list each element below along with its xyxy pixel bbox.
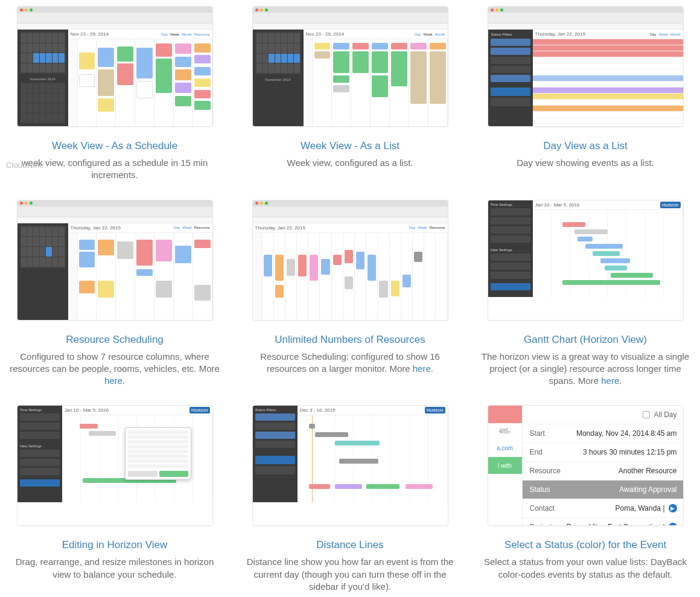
card-day-list: Status Filters Thursday, Jan 22, 2015Day… bbox=[474, 6, 697, 182]
field-value-contact[interactable]: Poma, Wanda |▶ bbox=[615, 504, 676, 512]
field-value-status[interactable]: Awaiting Approval bbox=[619, 485, 676, 494]
thumb-distance-lines[interactable]: Status Filters Dec 3 - 16, 2015Horizon bbox=[252, 405, 448, 526]
card-desc: week view, configured as a schedule in 1… bbox=[6, 157, 223, 182]
event-detail-panel: All Day StartMonday, Nov 24, 2014 8:45 a… bbox=[522, 406, 684, 525]
card-select-status: 485- a.com l with All Day StartMonday, N… bbox=[474, 405, 697, 593]
thumb-resource-7[interactable]: Thursday, Jan 22, 2015DayWeekResource bbox=[17, 200, 213, 321]
card-gantt: Time Settings View Settings Jan 10 - Mar… bbox=[474, 200, 697, 388]
gallery-grid: November 2014 Nov 23 - 29, 2014DayWeekMo… bbox=[3, 6, 697, 593]
card-title: Week View - As a Schedule bbox=[52, 140, 177, 152]
thumb-resource-16[interactable]: Thursday, Jan 22, 2015DayWeekResource bbox=[252, 200, 448, 321]
field-label-status: Status bbox=[530, 485, 550, 494]
card-desc: The horizon view is a great way to visua… bbox=[477, 351, 694, 388]
thumb-gantt[interactable]: Time Settings View Settings Jan 10 - Mar… bbox=[488, 200, 684, 321]
field-value-end[interactable]: 3 hours 30 minutes 12:15 pm bbox=[583, 448, 676, 456]
thumb-week-list[interactable]: November 2014 Nov 23 - 29, 2014DayWeekMo… bbox=[252, 6, 448, 127]
thumb-select-status[interactable]: 485- a.com l with All Day StartMonday, N… bbox=[488, 405, 684, 526]
card-title: Week View - As a List bbox=[301, 140, 399, 152]
allday-label: All Day bbox=[654, 410, 676, 419]
mac-titlebar bbox=[18, 7, 212, 13]
field-label-end: End bbox=[530, 448, 542, 456]
arrow-icon[interactable]: ▶ bbox=[669, 523, 677, 526]
card-desc: Distance line show you how far an event … bbox=[241, 556, 459, 593]
field-label-start: Start bbox=[530, 429, 545, 438]
date-range: Nov 23 - 29, 2014 bbox=[71, 31, 109, 37]
field-value-start[interactable]: Monday, Nov 24, 2014 8:45 am bbox=[576, 429, 677, 438]
thumb-editing-horizon[interactable]: Time Settings View Settings Jan 10 - Mar… bbox=[17, 405, 213, 526]
more-link[interactable]: here bbox=[413, 363, 431, 374]
field-label-resource: Resource bbox=[530, 467, 561, 475]
card-desc: Resource Scheduling: configured to show … bbox=[241, 351, 459, 375]
card-desc: Configured to show 7 resource columns, w… bbox=[6, 351, 223, 388]
status-filter-sidebar: Status Filters bbox=[488, 30, 533, 126]
card-desc: Select a status from your own value list… bbox=[477, 556, 694, 581]
field-value-project[interactable]: Donec Vitae Erat Corporation |▶ bbox=[567, 523, 677, 526]
arrow-icon[interactable]: ▶ bbox=[669, 504, 677, 512]
field-label-contact: Contact bbox=[530, 504, 555, 512]
card-title: Day View as a List bbox=[543, 140, 628, 152]
card-desc: Day view showing events as a list. bbox=[517, 157, 654, 169]
card-resource-16: Thursday, Jan 22, 2015DayWeekResource bbox=[238, 200, 462, 388]
field-label-project: Project bbox=[530, 523, 552, 526]
card-desc: Drag, rearrange, and resize milestones i… bbox=[6, 556, 223, 581]
dark-sidebar: November 2014 bbox=[18, 30, 68, 126]
card-title: Gantt Chart (Horizon View) bbox=[524, 334, 647, 346]
card-week-list: November 2014 Nov 23 - 29, 2014DayWeekMo… bbox=[238, 6, 462, 182]
card-title: Unlimited Numbers of Resources bbox=[275, 334, 425, 346]
field-value-resource[interactable]: Another Resource bbox=[619, 467, 677, 475]
card-desc: Week view, configured as a list. bbox=[287, 157, 413, 169]
closeup-left-strip: 485- a.com l with bbox=[488, 406, 522, 525]
thumb-day-list[interactable]: Status Filters Thursday, Jan 22, 2015Day… bbox=[488, 6, 684, 127]
card-title: Resource Scheduling bbox=[66, 334, 164, 346]
thumb-week-schedule[interactable]: November 2014 Nov 23 - 29, 2014DayWeekMo… bbox=[17, 6, 213, 127]
event-popup bbox=[125, 427, 191, 480]
card-editing-horizon: Time Settings View Settings Jan 10 - Mar… bbox=[3, 405, 226, 593]
card-distance-lines: Status Filters Dec 3 - 16, 2015Horizon bbox=[238, 405, 462, 593]
card-week-schedule: November 2014 Nov 23 - 29, 2014DayWeekMo… bbox=[3, 6, 226, 182]
more-link[interactable]: here bbox=[104, 375, 122, 386]
card-title: Select a Status (color) for the Event bbox=[504, 539, 666, 551]
card-title: Editing in Horizon View bbox=[62, 539, 168, 551]
more-link[interactable]: here bbox=[601, 375, 619, 386]
card-title: Distance Lines bbox=[316, 539, 384, 551]
card-resource-7: Thursday, Jan 22, 2015DayWeekResource bbox=[3, 200, 226, 388]
gantt-settings-sidebar: Time Settings View Settings bbox=[488, 200, 533, 297]
allday-checkbox[interactable] bbox=[643, 411, 650, 418]
